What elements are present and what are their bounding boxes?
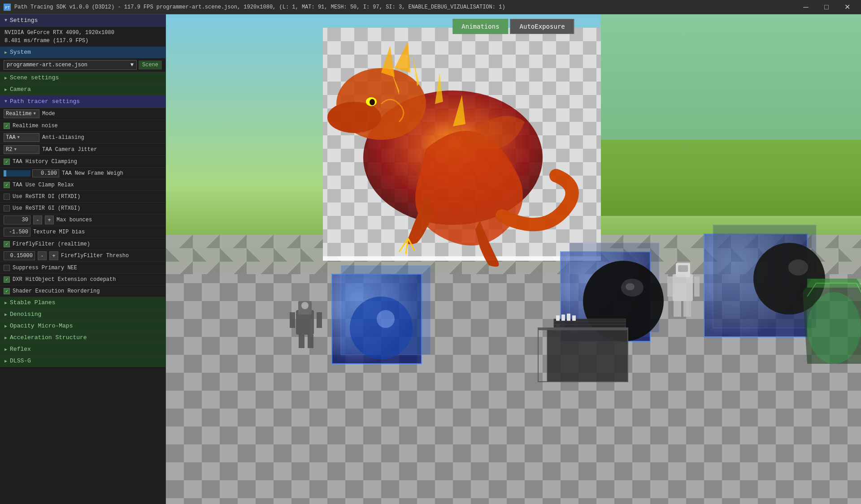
scene-selector-row: programmer-art.scene.json ▼ Scene (0, 58, 165, 72)
jitter-row: R2 ▼ TAA Camera Jitter (0, 144, 165, 156)
new-frame-weight-slider-container: 0.100 (4, 169, 59, 177)
opacity-micromaps-label: Opacity Micro-Maps (10, 323, 73, 329)
title-bar: PT Path Tracing SDK v1.0.0 (D3D12) - 117… (0, 0, 861, 14)
new-frame-weight-label: TAA New Frame Weigh (62, 170, 123, 177)
restir-di-label: Use ReSTIR DI (RTXDI) (13, 194, 80, 200)
denoising-expand-arrow: ▶ (4, 312, 7, 317)
aa-dropdown-arrow: ▼ (17, 135, 20, 140)
mode-label: Mode (42, 111, 55, 117)
title-bar-controls: ─ □ ✕ (796, 0, 857, 14)
dlss-g-header[interactable]: ▶ DLSS-G (0, 355, 165, 367)
firefly-filter-row: FireflyFilter (realtime) (0, 238, 165, 250)
animations-button[interactable]: Animations (452, 19, 508, 34)
svg-text:PT: PT (5, 6, 10, 10)
realtime-noise-row: Realtime noise (0, 120, 165, 132)
use-clamp-relax-label: TAA Use Clamp Relax (13, 182, 74, 188)
camera-expand-arrow: ▶ (4, 87, 7, 92)
settings-collapse-arrow: ▼ (4, 18, 7, 23)
viewport-buttons: Animations AutoExposure (452, 19, 574, 34)
aa-dropdown[interactable]: TAA ▼ (4, 133, 39, 142)
restir-gi-row: Use ReSTIR GI (RTXGI) (0, 202, 165, 214)
jitter-dropdown-arrow: ▼ (14, 147, 16, 152)
firefly-threshold-value: 0.15000 (4, 251, 35, 260)
system-label: System (10, 49, 31, 56)
max-bounces-increment[interactable]: + (45, 215, 54, 224)
dxr-hitobject-checkbox[interactable] (4, 276, 10, 283)
history-clamping-label: TAA History Clamping (13, 159, 77, 165)
shader-reordering-row: Shader Execution Reordering (0, 285, 165, 297)
scene-dropdown-arrow: ▼ (130, 62, 134, 68)
restir-di-row: Use ReSTIR DI (RTXDI) (0, 191, 165, 202)
history-clamping-checkbox[interactable] (4, 159, 10, 165)
settings-header[interactable]: ▼ Settings (0, 14, 165, 27)
restir-gi-label: Use ReSTIR GI (RTXGI) (13, 205, 80, 211)
suppress-nee-row: Suppress Primary NEE (0, 262, 165, 274)
history-clamping-row: TAA History Clamping (0, 156, 165, 168)
use-clamp-relax-checkbox[interactable] (4, 182, 10, 188)
firefly-filter-label: FireflyFilter (realtime) (13, 241, 90, 247)
scene-settings-expand-arrow: ▶ (4, 75, 7, 81)
mode-dropdown-arrow: ▼ (34, 112, 36, 116)
scene-settings-label: Scene settings (10, 74, 59, 81)
realtime-noise-label: Realtime noise (13, 123, 58, 129)
max-bounces-row: 30 - + Max bounces (0, 214, 165, 226)
camera-label: Camera (10, 86, 31, 93)
system-section-header[interactable]: ▶ System (0, 47, 165, 58)
mip-bias-row: -1.500 Texture MIP bias (0, 226, 165, 238)
mip-bias-label: Texture MIP bias (33, 229, 85, 235)
gpu-name: NVIDIA GeForce RTX 4090, 1920x1080 (4, 29, 161, 37)
firefly-threshold-decrement[interactable]: - (38, 251, 47, 260)
maximize-button[interactable]: □ (816, 0, 837, 14)
path-tracer-header[interactable]: ▼ Path tracer settings (0, 95, 165, 108)
shader-reordering-label: Shader Execution Reordering (13, 288, 100, 294)
new-frame-weight-slider[interactable] (4, 170, 30, 177)
scene-filename: programmer-art.scene.json (7, 62, 87, 68)
firefly-threshold-row: 0.15000 - + FireflyFilter Thresho (0, 250, 165, 262)
stable-planes-header[interactable]: ▶ Stable Planes (0, 297, 165, 309)
firefly-threshold-increment[interactable]: + (49, 251, 58, 260)
reflex-header[interactable]: ▶ Reflex (0, 344, 165, 355)
max-bounces-decrement[interactable]: - (33, 215, 42, 224)
jitter-dropdown[interactable]: R2 ▼ (4, 145, 39, 154)
title-bar-text: Path Tracing SDK v1.0.0 (D3D12) - 117.9 … (14, 4, 796, 10)
main-layout: ▼ Settings NVIDIA GeForce RTX 4090, 1920… (0, 14, 861, 504)
scene-dropdown[interactable]: programmer-art.scene.json ▼ (4, 60, 137, 70)
firefly-filter-checkbox[interactable] (4, 241, 10, 247)
opacity-micromaps-header[interactable]: ▶ Opacity Micro-Maps (0, 320, 165, 332)
suppress-nee-checkbox[interactable] (4, 265, 10, 271)
use-clamp-relax-row: TAA Use Clamp Relax (0, 179, 165, 191)
floor-checker (166, 235, 861, 504)
autoexposure-button[interactable]: AutoExposure (510, 19, 574, 34)
dlss-g-label: DLSS-G (10, 358, 31, 364)
stable-planes-label: Stable Planes (10, 299, 55, 306)
reflex-label: Reflex (10, 346, 31, 353)
acceleration-structure-expand-arrow: ▶ (4, 335, 7, 340)
aa-label: Anti-aliasing (42, 134, 84, 141)
app-icon: PT (4, 4, 11, 11)
mode-row: Realtime ▼ Mode (0, 108, 165, 120)
opacity-micromaps-expand-arrow: ▶ (4, 323, 7, 329)
acceleration-structure-header[interactable]: ▶ Acceleration Structure (0, 332, 165, 344)
path-tracer-collapse-arrow: ▼ (4, 99, 7, 104)
reflex-expand-arrow: ▶ (4, 347, 7, 352)
realtime-noise-checkbox[interactable] (4, 123, 10, 129)
path-tracer-label: Path tracer settings (10, 98, 80, 105)
max-bounces-label: Max bounces (57, 217, 92, 223)
minimize-button[interactable]: ─ (796, 0, 816, 14)
dxr-hitobject-row: DXR HitObject Extension codepath (0, 274, 165, 285)
system-expand-arrow: ▶ (4, 50, 7, 55)
aa-value: TAA (6, 134, 16, 141)
settings-header-label: Settings (10, 17, 38, 24)
viewport[interactable]: Animations AutoExposure (166, 14, 861, 504)
suppress-nee-label: Suppress Primary NEE (13, 265, 77, 271)
denoising-header[interactable]: ▶ Denoising (0, 309, 165, 320)
close-button[interactable]: ✕ (837, 0, 857, 14)
restir-di-checkbox[interactable] (4, 194, 10, 200)
acceleration-structure-label: Acceleration Structure (10, 334, 87, 341)
gpu-info: NVIDIA GeForce RTX 4090, 1920x1080 8.481… (0, 27, 165, 47)
mode-dropdown[interactable]: Realtime ▼ (4, 109, 39, 118)
restir-gi-checkbox[interactable] (4, 205, 10, 211)
scene-settings-header[interactable]: ▶ Scene settings (0, 72, 165, 84)
camera-section-header[interactable]: ▶ Camera (0, 84, 165, 95)
shader-reordering-checkbox[interactable] (4, 288, 10, 294)
